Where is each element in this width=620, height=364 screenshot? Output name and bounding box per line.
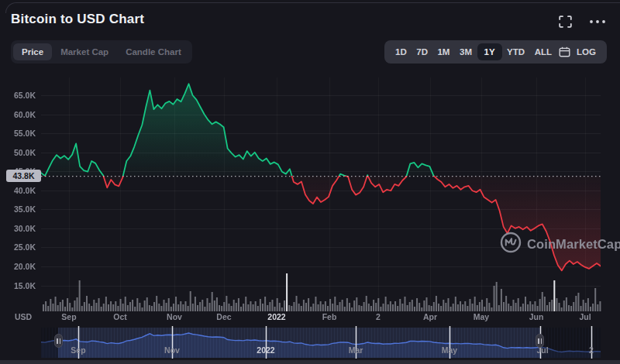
- watermark-text: CoinMarketCap: [527, 237, 620, 252]
- navigator-selection[interactable]: [58, 328, 540, 358]
- y-tick-label: 20.0K: [14, 262, 36, 271]
- x-axis-label: Oct: [113, 312, 127, 321]
- x-axis-label: May: [474, 312, 489, 321]
- x-axis-label: 2: [376, 312, 381, 321]
- coinmarketcap-logo-icon: [500, 232, 522, 256]
- y-tick-label: 55.0K: [14, 129, 36, 138]
- x-axis-label: Apr: [423, 312, 437, 321]
- x-axis-label: Dec: [216, 312, 231, 321]
- navigator-left-handle[interactable]: [54, 334, 63, 348]
- y-tick-label: 30.0K: [14, 224, 36, 233]
- y-tick-label: 60.0K: [14, 110, 36, 119]
- chart-card: Bitcoin to USD Chart PriceMarket CapCand…: [0, 0, 620, 364]
- x-axis-label: Jun: [529, 312, 544, 321]
- x-axis: SepOctNovDec2022Feb2AprMayJunJul: [0, 312, 620, 323]
- navigator-right-handle[interactable]: [536, 334, 544, 348]
- y-tick-label: 15.0K: [14, 281, 36, 290]
- navigator-label: 2022: [257, 345, 274, 355]
- x-axis-label: Sep: [61, 312, 76, 321]
- navigator-label: Nov: [164, 345, 180, 355]
- navigator-label: May: [442, 345, 457, 355]
- x-axis-label: 2022: [267, 312, 285, 321]
- baseline-price-badge: 43.8K: [6, 170, 41, 182]
- watermark: CoinMarketCap: [500, 232, 620, 256]
- x-axis-label: Nov: [167, 312, 182, 321]
- navigator-label: Sep: [71, 345, 85, 355]
- y-tick-label: 50.0K: [14, 148, 36, 157]
- y-tick-label: 40.0K: [14, 186, 36, 195]
- x-axis-label: Feb: [322, 312, 337, 321]
- y-tick-label: 25.0K: [14, 242, 36, 252]
- x-axis-label: Jul: [579, 312, 591, 321]
- y-tick-label: 65.0K: [14, 91, 36, 100]
- price-chart-canvas[interactable]: [0, 0, 620, 364]
- y-tick-label: 35.0K: [14, 204, 36, 214]
- navigator-label: Mar: [349, 345, 363, 355]
- navigator-label: 2: [589, 345, 594, 355]
